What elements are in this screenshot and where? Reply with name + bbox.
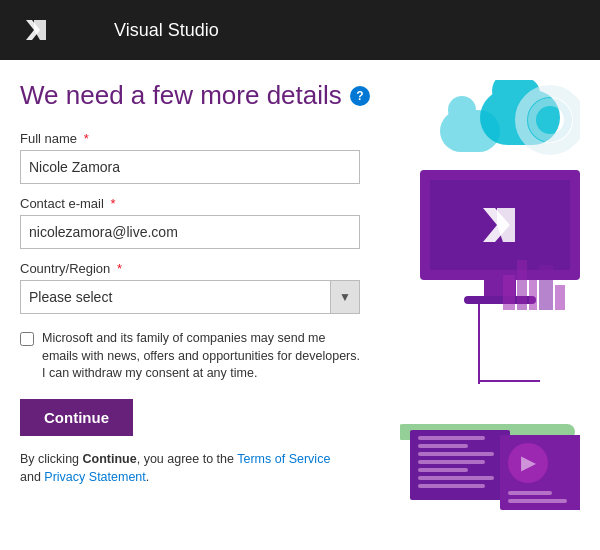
help-icon[interactable]: ? — [350, 86, 370, 106]
footer-prefix: By clicking — [20, 452, 83, 466]
code-panel-1 — [410, 430, 510, 500]
email-group: Contact e-mail * — [20, 196, 380, 249]
code-line-4 — [418, 460, 485, 464]
building-2 — [517, 260, 527, 310]
code-line-7 — [418, 484, 485, 488]
building-5 — [555, 285, 565, 310]
app-title: Visual Studio — [114, 20, 219, 41]
footer-and: and — [20, 470, 44, 484]
city-buildings — [503, 260, 565, 310]
panel2-line-1 — [508, 491, 552, 495]
page-title-row: We need a few more details ? — [20, 80, 380, 111]
email-label: Contact e-mail * — [20, 196, 380, 211]
full-name-input[interactable] — [20, 150, 360, 184]
connector-horizontal — [480, 380, 540, 382]
page-title-text: We need a few more details — [20, 80, 342, 111]
vs-logo-large-icon — [475, 200, 525, 250]
email-input[interactable] — [20, 215, 360, 249]
privacy-statement-link[interactable]: Privacy Statement — [44, 470, 145, 484]
panel2-line-2 — [508, 499, 567, 503]
monitor-screen — [430, 180, 570, 270]
building-1 — [503, 275, 515, 310]
marketing-label[interactable]: Microsoft and its family of companies ma… — [42, 330, 360, 383]
marketing-checkbox[interactable] — [20, 332, 34, 346]
code-line-1 — [418, 436, 485, 440]
building-4 — [539, 265, 553, 310]
country-select-wrapper: Please selectUnited StatesUnited Kingdom… — [20, 280, 360, 314]
code-panel-2-inner: ▶ — [508, 443, 548, 483]
country-group: Country/Region * Please selectUnited Sta… — [20, 261, 380, 314]
country-label: Country/Region * — [20, 261, 380, 276]
form-panel: We need a few more details ? Full name *… — [20, 80, 400, 540]
marketing-checkbox-group: Microsoft and its family of companies ma… — [20, 330, 360, 383]
main-content: We need a few more details ? Full name *… — [0, 60, 600, 550]
code-line-6 — [418, 476, 494, 480]
code-line-2 — [418, 444, 468, 448]
code-lines — [410, 430, 510, 498]
required-marker: * — [107, 196, 116, 211]
required-marker: * — [80, 131, 89, 146]
code-panel-2-lines — [500, 491, 580, 503]
footer-continue-bold: Continue — [83, 452, 137, 466]
building-3 — [529, 280, 537, 310]
continue-button[interactable]: Continue — [20, 399, 133, 436]
code-line-3 — [418, 452, 494, 456]
country-select[interactable]: Please selectUnited StatesUnited Kingdom… — [20, 280, 360, 314]
footer-legal-text: By clicking Continue, you agree to the T… — [20, 450, 380, 488]
full-name-group: Full name * — [20, 131, 380, 184]
illustration-panel: ▶ — [400, 80, 580, 540]
header: Visual Studio — [0, 0, 600, 60]
ring-circle-inner — [528, 98, 572, 142]
code-panel-2: ▶ — [500, 435, 580, 510]
footer-suffix: . — [146, 470, 149, 484]
code-line-5 — [418, 468, 468, 472]
full-name-label: Full name * — [20, 131, 380, 146]
connector-vertical — [478, 304, 480, 384]
panel2-icon: ▶ — [521, 452, 535, 474]
required-marker: * — [113, 261, 122, 276]
footer-middle: , you agree to the — [137, 452, 238, 466]
vs-logo-icon — [20, 14, 52, 46]
terms-of-service-link[interactable]: Terms of Service — [237, 452, 330, 466]
